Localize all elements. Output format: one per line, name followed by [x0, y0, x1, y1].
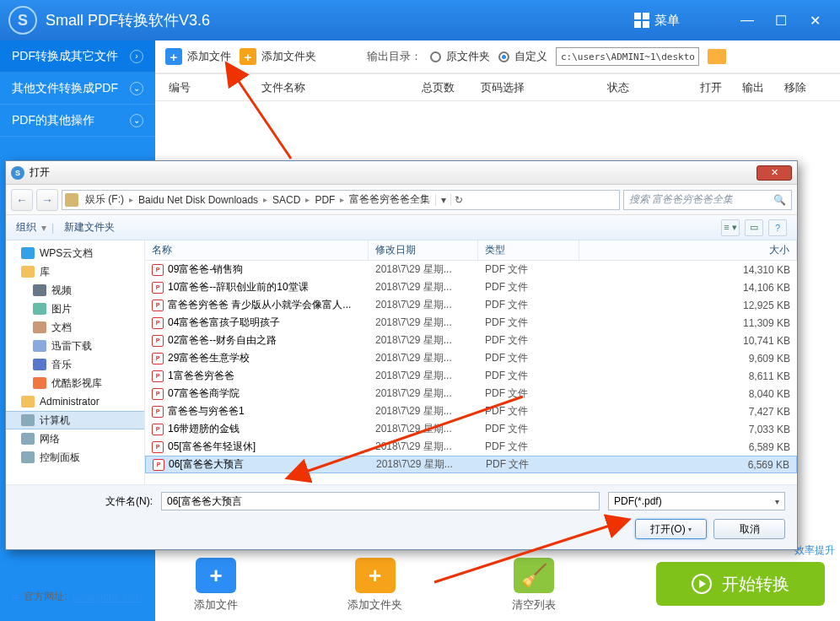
bottom-add-file[interactable]: + 添加文件	[194, 558, 238, 613]
breadcrumb[interactable]: Baidu Net Disk Downloads	[133, 191, 263, 209]
add-file-label: 添加文件	[187, 49, 231, 64]
file-row[interactable]: P04富爸爸富孩子聪明孩子2018\7\29 星期...PDF 文件11,309…	[145, 314, 797, 332]
file-row[interactable]: P07富爸爸商学院2018\7\29 星期...PDF 文件8,040 KB	[145, 385, 797, 402]
browse-folder-button[interactable]	[708, 49, 726, 64]
col-date[interactable]: 修改日期	[369, 240, 478, 260]
tree-item[interactable]: 优酷影视库	[6, 374, 144, 392]
folder-icon	[33, 377, 46, 389]
file-row[interactable]: P06[富爸爸大预言2018\7\29 星期...PDF 文件6,569 KB	[145, 456, 797, 473]
dialog-app-icon: S	[11, 166, 24, 180]
file-list-header: 名称 修改日期 类型 大小	[145, 240, 797, 261]
refresh-button[interactable]: ↻	[450, 194, 466, 206]
file-row[interactable]: P1富爸爸穷爸爸2018\7\29 星期...PDF 文件8,611 KB	[145, 367, 797, 385]
tree-item[interactable]: 网络	[6, 429, 144, 448]
breadcrumb[interactable]: 富爸爸穷爸爸全集	[344, 191, 435, 209]
file-row[interactable]: P富爸爸与穷爸爸12018\7\29 星期...PDF 文件7,427 KB	[145, 402, 797, 420]
folder-icon	[21, 433, 35, 445]
minimize-button[interactable]: —	[730, 8, 764, 33]
sidebar-item-pdf-to-other[interactable]: PDF转换成其它文件 ›	[0, 40, 155, 73]
tree-item[interactable]: 图片	[6, 300, 144, 318]
menu-grid-icon	[634, 13, 649, 28]
address-dropdown[interactable]: ▾	[435, 194, 450, 206]
breadcrumb[interactable]: 娱乐 (F:)	[80, 191, 129, 209]
pdf-icon: P	[152, 406, 164, 418]
radio-checked-icon	[498, 51, 509, 62]
radio-custom[interactable]: 自定义	[498, 49, 547, 64]
file-row[interactable]: P09富爸爸-销售狗2018\7\29 星期...PDF 文件14,310 KB	[145, 261, 797, 278]
tree-item[interactable]: 文档	[6, 318, 144, 337]
bottom-clear-list[interactable]: 🧹 清空列表	[512, 558, 556, 613]
organize-row: 组织 ▾ | 新建文件夹 ≡ ▾ ▭ ?	[6, 215, 797, 240]
tree-item[interactable]: 视频	[6, 281, 144, 300]
column-headers: 编号 文件名称 总页数 页码选择 状态 打开 输出 移除	[155, 74, 840, 101]
tree-item[interactable]: 迅雷下载	[6, 337, 144, 355]
nav-forward-button[interactable]: →	[36, 189, 58, 211]
file-row[interactable]: P29富爸爸生意学校2018\7\29 星期...PDF 文件9,609 KB	[145, 349, 797, 367]
file-row[interactable]: P16带翅膀的金钱2018\7\29 星期...PDF 文件7,033 KB	[145, 420, 797, 438]
add-folder-button[interactable]: + 添加文件夹	[240, 48, 316, 65]
col-size[interactable]: 大小	[579, 240, 797, 260]
filename-label: 文件名(N):	[18, 494, 153, 509]
pdf-icon: P	[153, 459, 164, 471]
col-type[interactable]: 类型	[478, 240, 579, 260]
tree-item[interactable]: 控制面板	[6, 448, 144, 467]
add-folder-label: 添加文件夹	[261, 49, 316, 64]
play-icon	[692, 574, 712, 594]
file-row[interactable]: P富爸爸穷爸爸 青少版从小就学会像富人...2018\7\29 星期...PDF…	[145, 296, 797, 314]
nav-back-button[interactable]: ←	[11, 189, 33, 211]
folder-icon	[21, 396, 35, 408]
tree-item[interactable]: 音乐	[6, 355, 144, 374]
footer-link[interactable]: Smallpdfer.com	[73, 591, 143, 603]
footer-label: 官方网址:	[24, 590, 67, 604]
col-pages: 总页数	[422, 80, 481, 95]
view-mode-button[interactable]: ≡ ▾	[721, 219, 740, 236]
pdf-icon: P	[152, 264, 164, 276]
radio-icon	[430, 51, 441, 62]
open-button[interactable]: 打开(O) ▾	[635, 519, 707, 539]
col-page-select: 页码选择	[481, 80, 607, 95]
breadcrumb[interactable]: PDF	[310, 191, 340, 209]
folder-icon	[21, 451, 35, 463]
col-name[interactable]: 名称	[145, 240, 369, 260]
radio-original-folder[interactable]: 原文件夹	[430, 49, 490, 64]
pdf-icon: P	[152, 300, 164, 311]
sidebar-item-pdf-other-ops[interactable]: PDF的其他操作 ⌄	[0, 105, 155, 137]
search-input[interactable]: 搜索 富爸爸穷爸爸全集 🔍	[623, 190, 792, 210]
file-row[interactable]: P10富爸爸--辞职创业前的10堂课2018\7\29 星期...PDF 文件1…	[145, 278, 797, 296]
new-folder-button[interactable]: 新建文件夹	[64, 220, 115, 235]
file-list: 名称 修改日期 类型 大小 P09富爸爸-销售狗2018\7\29 星期...P…	[145, 240, 797, 484]
organize-button[interactable]: 组织	[16, 220, 36, 235]
cancel-button[interactable]: 取消	[713, 519, 785, 539]
chevron-down-icon: ⌄	[130, 114, 143, 127]
bottom-add-folder[interactable]: + 添加文件夹	[347, 558, 402, 613]
tree-item[interactable]: 计算机	[6, 411, 144, 429]
folder-icon	[21, 414, 35, 426]
sidebar-item-label: 其他文件转换成PDF	[12, 81, 118, 96]
help-button[interactable]: ?	[768, 219, 787, 236]
maximize-button[interactable]: ☐	[764, 8, 798, 33]
tree-item[interactable]: Administrator	[6, 392, 144, 411]
close-button[interactable]: ✕	[798, 8, 832, 33]
folder-icon	[33, 321, 46, 333]
output-path-input[interactable]	[556, 47, 699, 66]
breadcrumb[interactable]: SACD	[267, 191, 305, 209]
footer: e 官方网址: Smallpdfer.com	[12, 590, 142, 604]
chevron-down-icon: ▾	[775, 497, 779, 506]
add-file-button[interactable]: + 添加文件	[165, 48, 231, 65]
menu-button[interactable]: 菜单	[634, 13, 680, 29]
preview-pane-button[interactable]: ▭	[745, 219, 763, 236]
app-titlebar: S Small PDF转换软件V3.6 菜单 — ☐ ✕	[0, 0, 840, 40]
file-filter-select[interactable]: PDF(*.pdf) ▾	[608, 492, 785, 510]
col-index: 编号	[169, 80, 261, 95]
start-convert-button[interactable]: 开始转换	[656, 562, 825, 606]
app-logo-icon: S	[8, 6, 37, 35]
tree-item[interactable]: 库	[6, 262, 144, 281]
tree-item[interactable]: WPS云文档	[6, 244, 144, 262]
filename-input[interactable]	[161, 492, 600, 510]
file-row[interactable]: P05[富爸爸年轻退休]2018\7\29 星期...PDF 文件6,589 K…	[145, 438, 797, 456]
address-bar[interactable]: 娱乐 (F:)▸ Baidu Net Disk Downloads▸ SACD▸…	[62, 190, 620, 210]
folder-icon	[33, 284, 46, 296]
file-row[interactable]: P02富爸爸--财务自由之路2018\7\29 星期...PDF 文件10,74…	[145, 332, 797, 349]
sidebar-item-other-to-pdf[interactable]: 其他文件转换成PDF ⌄	[0, 73, 155, 105]
dialog-close-button[interactable]: ✕	[757, 165, 792, 181]
